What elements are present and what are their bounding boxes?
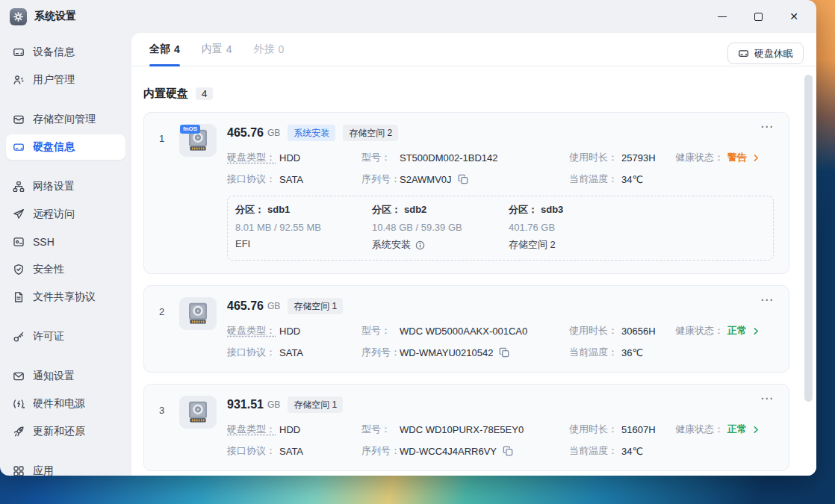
partition-name: sdb1 — [267, 204, 290, 215]
sidebar-item-license[interactable]: 许可证 — [6, 324, 125, 349]
tab-all[interactable]: 全部 4 — [149, 33, 180, 66]
info-icon[interactable] — [415, 240, 425, 250]
protocol-label: 接口协议： — [227, 444, 276, 458]
sidebar-item-hardware-power[interactable]: 硬件和电源 — [6, 391, 125, 417]
sidebar-item-update-restore[interactable]: 更新和还原 — [6, 419, 125, 444]
partition-2: 分区：sdb2 10.48 GB / 59.39 GB 系统安装 — [372, 203, 509, 252]
partition-name: sdb2 — [404, 204, 426, 215]
sidebar-item-label: 远程访问 — [33, 208, 75, 221]
sidebar-item-disk-info[interactable]: 硬盘信息 — [6, 134, 125, 160]
health-label: 健康状态： — [675, 324, 724, 337]
model-label: 型号： — [361, 324, 396, 337]
disk-icon — [738, 48, 749, 59]
sidebar-item-remote-access[interactable]: 远程访问 — [6, 202, 125, 227]
disk-index: 1 — [144, 124, 179, 261]
sidebar-item-ssh[interactable]: SSH — [6, 229, 125, 255]
model-value: WDC WD10PURX-78E5EY0 — [400, 424, 524, 435]
sidebar-item-network[interactable]: 网络设置 — [6, 174, 125, 199]
sidebar-item-label: 应用 — [33, 464, 54, 476]
more-menu-button[interactable]: ⋯ — [760, 293, 774, 306]
partition-label: 分区： — [235, 204, 264, 215]
sidebar-item-label: SSH — [33, 236, 55, 248]
temperature-label: 当前温度： — [569, 444, 618, 458]
temperature-value: 34℃ — [621, 446, 643, 457]
copy-serial-button[interactable] — [458, 174, 468, 184]
disk-type-label[interactable]: 硬盘类型： — [227, 151, 276, 164]
titlebar: 系统设置 ✕ — [0, 0, 816, 33]
tab-external[interactable]: 外接 0 — [254, 33, 285, 66]
disk-size: 931.51 — [227, 398, 264, 411]
partition-size: 8.01 MB / 92.55 MB — [235, 222, 372, 233]
more-menu-button[interactable]: ⋯ — [760, 120, 774, 133]
apps-grid-icon — [13, 465, 25, 476]
health-label: 健康状态： — [675, 151, 724, 164]
disk-filter-tabs: 全部 4 内置 4 外接 0 — [131, 33, 816, 66]
sidebar-group-gap — [0, 95, 131, 107]
power-icon — [13, 398, 25, 410]
hdd-drive-icon — [184, 399, 211, 425]
device-icon — [13, 46, 25, 58]
temperature-label: 当前温度： — [569, 346, 618, 359]
section-header: 内置硬盘 4 — [143, 87, 789, 101]
health-status-link[interactable]: 正常 — [727, 324, 760, 337]
usage-value: 30656H — [621, 326, 656, 337]
system-install-badge: 系统安装 — [288, 125, 335, 141]
sidebar-item-storage-pool[interactable]: 存储空间管理 — [6, 107, 125, 132]
disk-hibernate-button[interactable]: 硬盘休眠 — [727, 43, 804, 64]
copy-serial-button[interactable] — [499, 347, 509, 358]
sidebar-item-security[interactable]: 安全性 — [6, 257, 125, 282]
sidebar-item-label: 文件共享协议 — [33, 290, 96, 304]
partition-name: sdb3 — [541, 204, 563, 215]
sidebar-item-device-info[interactable]: 设备信息 — [6, 40, 125, 65]
system-settings-window: 系统设置 ✕ 设备信息 用户管理 存储空间管理 硬盘信息 网络设置 — [0, 0, 816, 476]
chevron-right-icon — [752, 426, 760, 434]
more-menu-button[interactable]: ⋯ — [760, 392, 774, 405]
sidebar-item-notifications[interactable]: 通知设置 — [6, 364, 125, 389]
partition-label: 分区： — [509, 204, 538, 215]
network-icon — [13, 181, 25, 193]
health-status-link[interactable]: 正常 — [727, 423, 760, 436]
fnos-badge: fnOS — [180, 125, 200, 134]
protocol-value: SATA — [279, 347, 303, 358]
partition-size: 401.76 GB — [509, 222, 761, 233]
sidebar-group-gap — [0, 352, 131, 364]
hibernate-label: 硬盘休眠 — [754, 47, 793, 60]
maximize-icon — [754, 13, 763, 21]
model-label: 型号： — [361, 151, 396, 164]
temperature-label: 当前温度： — [569, 172, 618, 186]
sidebar-item-label: 用户管理 — [33, 73, 75, 87]
close-button[interactable]: ✕ — [779, 5, 809, 28]
model-value: ST500DM002-1BD142 — [400, 152, 498, 164]
disk-size-unit: GB — [267, 128, 280, 138]
disk-type-label[interactable]: 硬盘类型： — [227, 423, 276, 436]
health-value: 警告 — [727, 151, 747, 164]
tab-label: 内置 — [202, 43, 223, 56]
disk-index: 2 — [144, 297, 179, 359]
disk-index: 3 — [144, 396, 179, 458]
tab-internal[interactable]: 内置 4 — [202, 33, 232, 66]
sidebar-item-file-sharing[interactable]: 文件共享协议 — [6, 284, 125, 310]
vertical-scrollbar-thumb[interactable] — [804, 75, 813, 402]
maximize-button[interactable] — [743, 5, 773, 28]
usage-value: 51607H — [621, 424, 656, 435]
copy-serial-button[interactable] — [503, 446, 513, 456]
health-status-link[interactable]: 警告 — [727, 151, 760, 164]
hdd-icon — [179, 396, 217, 429]
copy-icon — [503, 446, 513, 456]
hdd-icon: fnOS — [179, 124, 217, 157]
serial-label: 序列号： — [361, 346, 396, 359]
disk-size-unit: GB — [267, 301, 280, 311]
sidebar-item-user-management[interactable]: 用户管理 — [6, 67, 125, 93]
main-panel: 全部 4 内置 4 外接 0 硬盘休眠 内置硬盘 4 1 — [131, 33, 816, 476]
minimize-button[interactable] — [707, 5, 737, 28]
copy-icon — [458, 174, 468, 184]
sidebar-group-gap — [0, 162, 131, 174]
disk-type-value: HDD — [279, 424, 300, 435]
protocol-label: 接口协议： — [227, 172, 276, 186]
sidebar-item-apps[interactable]: 应用 — [6, 458, 125, 476]
disk-type-label[interactable]: 硬盘类型： — [227, 324, 276, 337]
storage-pool-badge: 存储空间 1 — [288, 396, 343, 413]
disk-card-1: 1 fnOS 465.76 GB 系统安装 — [143, 112, 789, 274]
temperature-value: 34℃ — [621, 174, 643, 185]
hdd-icon — [179, 297, 217, 330]
